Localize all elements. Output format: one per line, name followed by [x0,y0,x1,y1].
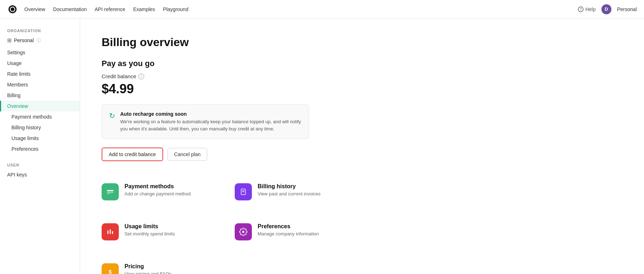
sidebar-item-settings[interactable]: Settings [0,47,80,58]
sidebar-item-payment-methods[interactable]: Payment methods [0,111,80,122]
svg-rect-7 [242,191,244,192]
credit-info-icon[interactable]: i [138,74,144,79]
svg-rect-6 [242,190,244,191]
svg-text:$: $ [109,269,112,274]
svg-rect-3 [107,192,113,193]
billing-history-icon [235,183,252,200]
preferences-icon [235,223,252,240]
payment-methods-icon [102,183,119,200]
org-icon: ⊞ [7,37,12,44]
topnav-right: ? Help D Personal [578,4,637,14]
preferences-desc: Manage company information [258,231,319,236]
logo-icon[interactable] [7,4,18,15]
add-to-credit-balance-button[interactable]: Add to credit balance [102,148,163,161]
svg-rect-9 [110,229,111,234]
recharge-desc: We're working on a feature to automatica… [120,118,302,132]
nav-playground[interactable]: Playground [163,6,189,12]
pricing-title: Pricing [125,263,171,270]
payment-methods-desc: Add or change payment method [125,191,191,196]
action-buttons: Add to credit balance Cancel plan [102,148,381,161]
usage-limits-title: Usage limits [125,223,175,230]
billing-history-card[interactable]: Billing history View past and current in… [235,176,359,208]
nav-links: Overview Documentation API reference Exa… [24,6,578,12]
payment-methods-card[interactable]: Payment methods Add or change payment me… [102,176,226,208]
billing-cards-grid: Payment methods Add or change payment me… [102,176,359,274]
page-title: Billing overview [102,36,381,49]
svg-rect-8 [107,230,108,234]
svg-text:?: ? [580,8,582,11]
preferences-card[interactable]: Preferences Manage company information [235,216,359,248]
nav-examples[interactable]: Examples [133,6,155,12]
nav-documentation[interactable]: Documentation [53,6,87,12]
sidebar-item-members[interactable]: Members [0,79,80,90]
main-content: Billing overview Pay as you go Credit ba… [80,19,402,274]
preferences-title: Preferences [258,223,319,230]
svg-rect-4 [107,193,111,194]
help-button[interactable]: ? Help [578,6,596,12]
recharge-banner: ↻ Auto recharge coming soon We're workin… [102,104,309,139]
sidebar-item-billing-history[interactable]: Billing history [0,122,80,133]
billing-history-title: Billing history [258,183,321,190]
billing-history-desc: View past and current invoices [258,191,321,196]
credit-amount: $4.99 [102,81,381,96]
sidebar-item-usage-limits[interactable]: Usage limits [0,133,80,144]
nav-api-reference[interactable]: API reference [95,6,126,12]
payment-methods-title: Payment methods [125,183,191,190]
sidebar: ORGANIZATION ⊞ Personal ⓘ Settings Usage… [0,19,80,274]
username-label: Personal [617,6,637,12]
usage-limits-card[interactable]: Usage limits Set monthly spend limits [102,216,226,248]
recharge-title: Auto recharge coming soon [120,111,302,117]
org-info-icon[interactable]: ⓘ [36,38,41,44]
layout: ORGANIZATION ⊞ Personal ⓘ Settings Usage… [0,19,644,274]
help-label: Help [585,6,596,12]
pricing-card[interactable]: $ Pricing View pricing and FAQs [102,256,226,274]
pricing-icon: $ [102,263,119,274]
user-section-label: USER [0,160,80,169]
svg-rect-2 [107,190,113,191]
sidebar-item-usage[interactable]: Usage [0,58,80,69]
sidebar-item-api-keys[interactable]: API keys [0,169,80,180]
section-title: Pay as you go [102,59,381,68]
recharge-content: Auto recharge coming soon We're working … [120,111,302,132]
usage-limits-icon [102,223,119,240]
cancel-plan-button[interactable]: Cancel plan [167,148,208,161]
sidebar-item-rate-limits[interactable]: Rate limits [0,69,80,79]
usage-limits-desc: Set monthly spend limits [125,231,175,236]
pricing-desc: View pricing and FAQs [125,271,171,274]
recharge-icon: ↻ [109,111,115,120]
topnav: Overview Documentation API reference Exa… [0,0,644,19]
credit-balance-label: Credit balance i [102,73,381,79]
org-section-label: ORGANIZATION [0,26,80,35]
sidebar-item-billing-overview[interactable]: Overview [0,101,80,111]
user-avatar[interactable]: D [601,4,611,14]
svg-rect-10 [112,231,113,234]
org-row: ⊞ Personal ⓘ [0,35,80,47]
sidebar-item-billing[interactable]: Billing [0,90,80,101]
nav-overview[interactable]: Overview [24,6,45,12]
org-name: Personal [14,38,34,43]
sidebar-item-preferences[interactable]: Preferences [0,144,80,154]
